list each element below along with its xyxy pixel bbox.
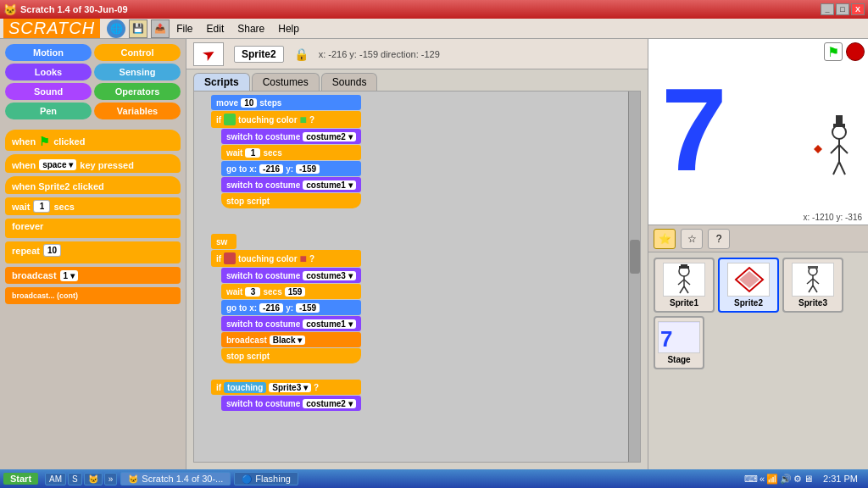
category-variables[interactable]: Variables [94,103,181,119]
switch-costume3-block[interactable]: switch to costume costume3 ▾ [221,268,361,283]
svg-rect-16 [679,266,689,269]
main-container: Motion Control Looks Sensing Sound Opera… [0,39,868,469]
blocks-list: when ⚑ clicked when space ▾ key pressed … [0,125,186,469]
save-icon[interactable]: 💾 [129,19,147,38]
svg-text:7: 7 [661,63,727,191]
category-sound[interactable]: Sound [5,83,92,100]
start-button[interactable]: Start [3,473,38,485]
right-panel: 7 ⚑ [648,39,868,469]
sprite-thumb-2[interactable]: Sprite2 [718,258,779,313]
sprites-grid: Sprite1 Sprite2 [648,252,868,374]
svg-rect-7 [833,124,845,127]
menu-file[interactable]: File [176,23,192,35]
sprite1-image [663,263,705,297]
sw-block[interactable]: sw [211,234,236,249]
goto-xy-block[interactable]: go to x: -216 y: -159 [221,161,361,176]
svg-line-15 [684,286,688,293]
wait-3secs-block[interactable]: wait 3 secs 159 [221,284,361,299]
switch-costume2-block[interactable]: switch to costume costume2 ▾ [221,129,361,144]
category-operators[interactable]: Operators [94,83,181,100]
minimize-button[interactable]: _ [821,3,834,15]
wait-secs-block[interactable]: wait 1 secs [5,197,181,215]
sprite-thumb-1[interactable]: Sprite1 [654,258,715,313]
scrollbar-thumb[interactable] [630,240,640,274]
taskbar-scratch-item[interactable]: 🐱 Scratch 1.4 of 30-... [120,472,231,485]
taskbar-icon-s[interactable]: S [68,473,82,485]
svg-rect-26 [808,266,818,269]
menu-share[interactable]: Share [237,23,264,35]
menu-help[interactable]: Help [278,23,299,35]
sys-icon-misc2: 🖥 [804,474,813,484]
when-flag-block[interactable]: when ⚑ clicked [5,130,181,151]
taskbar-icon-misc[interactable]: 🐱 [84,473,103,485]
svg-line-13 [684,280,690,285]
lock-icon[interactable]: 🔒 [294,47,309,61]
toolbar-star-btn[interactable]: ⭐ [654,229,676,249]
goto-xy2-block[interactable]: go to x: -216 y: -159 [221,300,361,315]
share-icon[interactable]: 📤 [151,19,170,38]
tab-scripts[interactable]: Scripts [193,73,250,91]
broadcast-block[interactable]: broadcast 1 ▾ [5,267,181,284]
globe-icon[interactable]: 🌐 [107,19,125,38]
sprite3-image [792,263,834,297]
green-flag-button[interactable]: ⚑ [824,42,843,61]
when-sprite-clicked-block[interactable]: when Sprite2 clicked [5,176,181,194]
if-touching-sprite3-block[interactable]: if touching Sprite3 ▾ ? [211,380,361,395]
switch-costume2b-block[interactable]: switch to costume costume2 ▾ [221,396,361,411]
svg-line-6 [839,162,845,175]
sprites-panel: Sprite1 Sprite2 [648,252,868,469]
taskbar-icon-arrow[interactable]: » [104,473,118,485]
taskbar-icon-am[interactable]: AM [45,473,66,485]
svg-rect-17 [681,264,687,266]
menu-edit[interactable]: Edit [207,23,225,35]
sys-icon-vol: 🔊 [780,474,792,485]
sprite-name[interactable]: Sprite2 [234,46,284,63]
stop-script2-block[interactable]: stop script [221,348,361,363]
svg-line-14 [680,286,684,293]
broadcast-black-block[interactable]: broadcast Black ▾ [221,332,361,347]
taskbar: Start AM S 🐱 » 🐱 Scratch 1.4 of 30-... 🔵… [0,469,868,488]
svg-line-5 [833,162,839,175]
close-button[interactable]: X [851,3,865,15]
category-pen[interactable]: Pen [5,103,92,119]
sprite2-label: Sprite2 [734,298,763,308]
menu-items: File Edit Share Help [176,23,299,35]
sprite1-label: Sprite1 [670,298,698,308]
stage-canvas[interactable]: 7 ⚑ [648,39,868,225]
category-looks[interactable]: Looks [5,64,92,80]
category-control[interactable]: Control [94,44,181,61]
system-clock: 2:31 PM [816,474,865,484]
maximize-button[interactable]: □ [836,3,849,15]
stage-thumb[interactable]: 7 Stage [654,316,704,369]
toolbar-help-btn[interactable]: ? [708,229,730,249]
svg-line-23 [813,279,819,284]
svg-marker-9 [814,145,822,153]
stage-controls: ⚑ [824,42,865,61]
switch-costume1-block[interactable]: switch to costume costume1 ▾ [221,177,361,192]
category-sensing[interactable]: Sensing [94,64,181,80]
repeat-block[interactable]: repeat 10 [5,241,181,263]
taskbar-flashing-item[interactable]: 🔵 Flashing [234,472,298,485]
stop-button[interactable] [846,42,865,61]
if-touching-color2-block[interactable]: if touching color ■ ? [211,250,361,267]
stop-script-block[interactable]: stop script [221,193,361,208]
sprite-thumb-3[interactable]: Sprite3 [782,258,843,313]
broadcast-wait-block[interactable]: broadcast... (cont) [5,287,181,304]
forever-block[interactable]: forever [5,219,181,238]
toolbar-star2-btn[interactable]: ☆ [681,229,703,249]
svg-line-3 [831,145,839,153]
script-canvas[interactable]: move 10 steps if touching color ■ ? swit… [193,91,641,463]
switch-costume1b-block[interactable]: switch to costume costume1 ▾ [221,316,361,331]
svg-rect-8 [836,115,843,124]
sys-icon-2: « [760,474,765,484]
script-scrollbar[interactable] [628,92,640,462]
if-touching-color-block[interactable]: if touching color ■ ? [211,111,361,128]
tab-costumes[interactable]: Costumes [252,73,320,91]
tab-sounds[interactable]: Sounds [321,73,378,91]
when-key-block[interactable]: when space ▾ key pressed [5,154,181,173]
sys-icon-net: 📶 [766,474,778,485]
category-motion[interactable]: Motion [5,44,92,61]
wait-1sec-block[interactable]: wait 1 secs [221,145,361,160]
svg-line-22 [807,279,813,284]
move-steps-block[interactable]: move 10 steps [211,95,361,110]
